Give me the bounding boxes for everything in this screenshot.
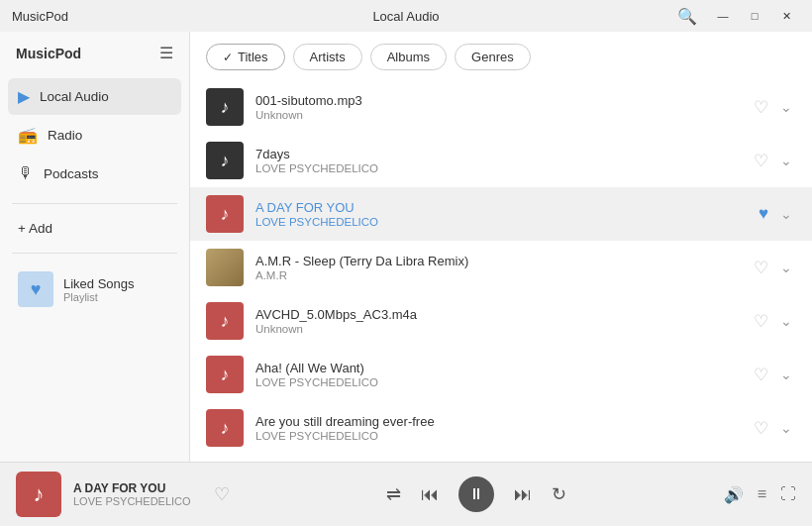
sidebar-item-podcasts[interactable]: 🎙 Podcasts [8,156,181,191]
track-artist: LOVE PSYCHEDELICO [255,376,750,388]
music-icon: ♪ [221,365,230,385]
playlist-type: Playlist [63,291,135,303]
track-item[interactable]: A.M.R - Sleep (Terry Da Libra Remix) A.M… [190,241,812,294]
player-info: A DAY FOR YOU LOVE PSYCHEDELICO [73,481,202,507]
player-track-artist: LOVE PSYCHEDELICO [73,495,202,507]
track-artist: A.M.R [255,269,750,281]
track-actions: ♡ ⌄ [750,147,796,175]
sidebar-item-label-local-audio: Local Audio [40,89,109,104]
filter-artists[interactable]: Artists [293,44,362,70]
track-expand-button[interactable]: ⌄ [776,363,796,386]
track-heart-button[interactable]: ♡ [750,361,772,389]
track-actions: ♡ ⌄ [750,307,796,336]
shuffle-button[interactable]: ⇌ [386,483,401,505]
maximize-button[interactable]: □ [741,6,768,26]
track-expand-button[interactable]: ⌄ [776,309,796,333]
sidebar-divider-2 [12,253,177,254]
close-button[interactable]: ✕ [772,6,800,26]
track-title: AVCHD_5.0Mbps_AC3.m4a [255,307,750,322]
sidebar-header: MusicPod ☰ [0,32,189,74]
track-item[interactable]: ♪ A DAY FOR YOU LOVE PSYCHEDELICO ♥ ⌄ [190,187,812,241]
content-area: ✓ Titles Artists Albums Genres ♪ 001-sib… [190,32,812,462]
search-icon[interactable]: 🔍 [677,7,697,26]
track-actions: ♡ ⌄ [750,414,796,443]
track-heart-button[interactable]: ♡ [750,254,772,282]
track-title: A DAY FOR YOU [255,200,755,215]
track-thumbnail: ♪ [206,88,244,126]
window-title: Local Audio [372,9,439,24]
track-item[interactable]: ♪ 001-sibutomo.mp3 Unknown ♡ ⌄ [190,80,812,134]
track-heart-button[interactable]: ♡ [750,147,772,175]
sidebar-item-label-radio: Radio [48,128,82,143]
window-controls: 🔍 — □ ✕ [677,6,800,26]
track-expand-button[interactable]: ⌄ [776,95,796,119]
filter-artists-label: Artists [310,50,346,64]
track-info: AVCHD_5.0Mbps_AC3.m4a Unknown [255,307,750,335]
track-item[interactable]: ♪ 7days LOVE PSYCHEDELICO ♡ ⌄ [190,134,812,187]
fullscreen-button[interactable]: ⛶ [780,485,796,503]
track-expand-button[interactable]: ⌄ [776,256,796,279]
track-info: Aha! (All We Want) LOVE PSYCHEDELICO [255,361,750,388]
track-expand-button[interactable]: ⌄ [776,416,796,440]
track-info: A DAY FOR YOU LOVE PSYCHEDELICO [255,200,755,228]
volume-button[interactable]: 🔊 [724,485,744,504]
track-item[interactable]: ♪ Aha! (All We Want) LOVE PSYCHEDELICO ♡… [190,348,812,401]
hamburger-icon[interactable]: ☰ [159,44,173,62]
track-info: 7days LOVE PSYCHEDELICO [255,147,750,174]
player-bar: ♪ A DAY FOR YOU LOVE PSYCHEDELICO ♡ ⇌ ⏮ … [0,462,812,526]
sidebar-app-name: MusicPod [16,46,81,61]
track-title: Are you still dreaming ever-free [255,414,750,429]
music-note-icon: ♪ [34,481,45,507]
app-body: MusicPod ☰ ▶ Local Audio 📻 Radio 🎙 Podca… [0,32,812,462]
track-artist: Unknown [255,323,750,335]
music-icon: ♪ [221,151,230,171]
track-heart-button[interactable]: ♡ [750,93,772,122]
radio-icon: 📻 [18,126,38,145]
player-heart-button[interactable]: ♡ [214,483,230,505]
track-info: A.M.R - Sleep (Terry Da Libra Remix) A.M… [255,254,750,281]
liked-songs-playlist[interactable]: ♥ Liked Songs Playlist [0,262,189,317]
track-thumbnail: ♪ [206,356,244,393]
track-thumbnail: ♪ [206,409,244,447]
app-name: MusicPod [12,9,68,24]
play-icon: ▶ [18,87,30,106]
filter-albums-label: Albums [387,50,430,64]
track-title: 7days [255,147,750,161]
filter-titles[interactable]: ✓ Titles [206,44,285,70]
track-artist: LOVE PSYCHEDELICO [255,430,750,442]
track-item[interactable]: ♪ Are you still dreaming ever-free LOVE … [190,401,812,455]
repeat-button[interactable]: ↻ [552,483,566,505]
music-icon: ♪ [221,311,230,332]
track-expand-button[interactable]: ⌄ [776,202,796,226]
filter-albums[interactable]: Albums [370,44,447,70]
player-controls: ⇌ ⏮ ⏸ ⏭ ↻ [242,476,712,512]
playlist-info: Liked Songs Playlist [63,276,135,303]
previous-button[interactable]: ⏮ [421,484,439,505]
track-title: Aha! (All We Want) [255,361,750,375]
filter-genres[interactable]: Genres [455,44,531,70]
pause-icon: ⏸ [468,485,484,503]
player-right-controls: 🔊 ≡ ⛶ [724,485,796,504]
player-track-title: A DAY FOR YOU [73,481,202,495]
queue-button[interactable]: ≡ [758,485,766,503]
sidebar-item-radio[interactable]: 📻 Radio [8,117,181,154]
track-item[interactable]: ♪ AVCHD_5.0Mbps_AC3.m4a Unknown ♡ ⌄ [190,294,812,348]
add-button[interactable]: + Add [0,212,189,245]
track-item[interactable]: ♪ AudioTrack 01 no artist ♡ ⌄ [190,455,812,462]
music-icon: ♪ [221,204,230,225]
track-thumbnail: ♪ [206,142,244,179]
sidebar: MusicPod ☰ ▶ Local Audio 📻 Radio 🎙 Podca… [0,32,190,462]
track-expand-button[interactable]: ⌄ [776,149,796,172]
track-actions: ♡ ⌄ [750,93,796,122]
track-title: 001-sibutomo.mp3 [255,93,750,108]
track-heart-button[interactable]: ♡ [750,307,772,336]
track-thumbnail [206,249,244,286]
sidebar-item-local-audio[interactable]: ▶ Local Audio [8,78,181,115]
pause-button[interactable]: ⏸ [458,476,494,512]
next-button[interactable]: ⏭ [514,484,532,505]
track-heart-button[interactable]: ♥ [755,200,772,228]
track-heart-button[interactable]: ♡ [750,414,772,443]
minimize-button[interactable]: — [709,6,737,26]
sidebar-nav: ▶ Local Audio 📻 Radio 🎙 Podcasts [0,74,189,195]
track-list: ♪ 001-sibutomo.mp3 Unknown ♡ ⌄ ♪ 7days L… [190,80,812,462]
